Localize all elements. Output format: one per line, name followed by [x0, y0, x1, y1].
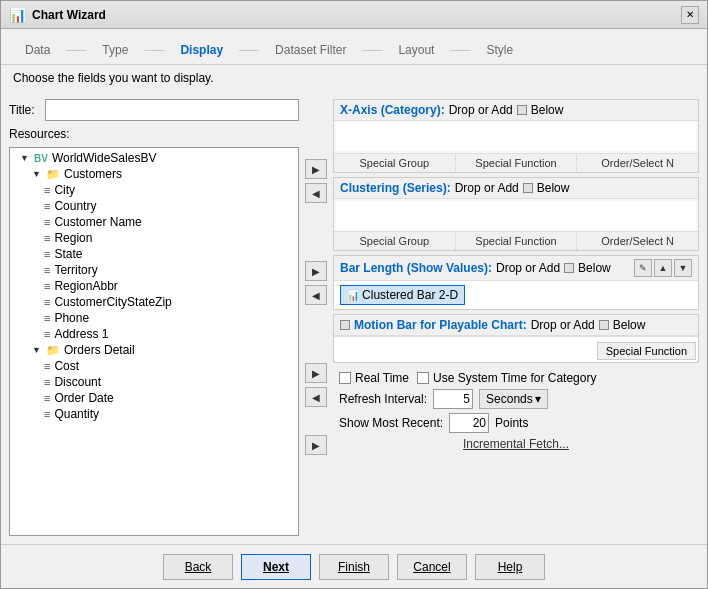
tree-item-discount[interactable]: ≡ Discount [12, 374, 296, 390]
tree-item-orderdate[interactable]: ≡ Order Date [12, 390, 296, 406]
barlength-up-button[interactable]: ▲ [654, 259, 672, 277]
field-icon-region: ≡ [44, 232, 50, 244]
tree-item-bv[interactable]: ▼ BV WorldWideSalesBV [12, 150, 296, 166]
most-recent-input[interactable] [449, 413, 489, 433]
barlength-edit-button[interactable]: ✎ [634, 259, 652, 277]
expand-toggle-orders[interactable]: ▼ [32, 345, 44, 355]
barlength-drop-label: Drop or Add [496, 261, 560, 275]
clustering-header: Clustering (Series): Drop or Add Below [334, 178, 698, 199]
tree-item-customers[interactable]: ▼ 📁 Customers [12, 166, 296, 182]
folder-icon-orders: 📁 [46, 344, 60, 357]
tree-label-customerstatzip: CustomerCityStateZip [54, 295, 171, 309]
clustering-drop-area[interactable] [336, 201, 696, 229]
realtime-checkbox-label[interactable]: Real Time [339, 371, 409, 385]
xaxis-special-function[interactable]: Special Function [456, 154, 578, 172]
add-xaxis-button[interactable]: ▶ [305, 159, 327, 179]
motion-special-function-button[interactable]: Special Function [597, 342, 696, 360]
tree-item-state[interactable]: ≡ State [12, 246, 296, 262]
tab-type[interactable]: Type [90, 39, 140, 61]
title-bar-left: 📊 Chart Wizard [9, 7, 106, 23]
remove-barlength-button[interactable]: ◀ [305, 387, 327, 407]
tree-label-bv: WorldWideSalesBV [52, 151, 156, 165]
add-clustering-button[interactable]: ▶ [305, 261, 327, 281]
tree-item-cost[interactable]: ≡ Cost [12, 358, 296, 374]
tree-label-city: City [54, 183, 75, 197]
field-icon-regionabbr: ≡ [44, 280, 50, 292]
clustering-special-group[interactable]: Special Group [334, 232, 456, 250]
tree-item-region[interactable]: ≡ Region [12, 230, 296, 246]
tree-label-quantity: Quantity [54, 407, 99, 421]
tree-item-city[interactable]: ≡ City [12, 182, 296, 198]
xaxis-below-label: Below [531, 103, 564, 117]
xaxis-special-group[interactable]: Special Group [334, 154, 456, 172]
tree-item-customer-name[interactable]: ≡ Customer Name [12, 214, 296, 230]
barlength-drop-area[interactable]: 📊 Clustered Bar 2-D [334, 281, 698, 309]
tree-item-phone[interactable]: ≡ Phone [12, 310, 296, 326]
expand-toggle[interactable]: ▼ [20, 153, 32, 163]
tree-label-phone: Phone [54, 311, 89, 325]
barlength-down-button[interactable]: ▼ [674, 259, 692, 277]
tree-scroll[interactable]: ▼ BV WorldWideSalesBV ▼ 📁 Customers ≡ Ci… [10, 148, 298, 535]
tab-data[interactable]: Data [13, 39, 62, 61]
tree-item-country[interactable]: ≡ Country [12, 198, 296, 214]
field-icon-cost: ≡ [44, 360, 50, 372]
motion-checkbox[interactable] [340, 320, 350, 330]
remove-clustering-button[interactable]: ◀ [305, 285, 327, 305]
system-time-checkbox[interactable] [417, 372, 429, 384]
help-button[interactable]: Help [475, 554, 545, 580]
tree-container: ▼ BV WorldWideSalesBV ▼ 📁 Customers ≡ Ci… [9, 147, 299, 536]
field-icon-city: ≡ [44, 184, 50, 196]
xaxis-checkbox[interactable] [517, 105, 527, 115]
chart-icon: 📊 [9, 7, 26, 23]
tree-label-customer-name: Customer Name [54, 215, 141, 229]
title-input[interactable] [45, 99, 299, 121]
seconds-dropdown[interactable]: Seconds ▾ [479, 389, 548, 409]
motion-add-checkbox[interactable] [599, 320, 609, 330]
xaxis-order-select[interactable]: Order/Select N [577, 154, 698, 172]
barlength-item: 📊 Clustered Bar 2-D [340, 285, 465, 305]
add-barlength-button[interactable]: ▶ [305, 363, 327, 383]
tab-style[interactable]: Style [474, 39, 525, 61]
xaxis-drop-area[interactable] [336, 123, 696, 151]
clustering-checkbox[interactable] [523, 183, 533, 193]
system-time-label: Use System Time for Category [433, 371, 596, 385]
system-time-checkbox-label[interactable]: Use System Time for Category [417, 371, 596, 385]
refresh-input[interactable] [433, 389, 473, 409]
barlength-checkbox[interactable] [564, 263, 574, 273]
field-icon-orderdate: ≡ [44, 392, 50, 404]
clustering-special-function[interactable]: Special Function [456, 232, 578, 250]
add-motion-button[interactable]: ▶ [305, 435, 327, 455]
most-recent-label: Show Most Recent: [339, 416, 443, 430]
tree-item-address1[interactable]: ≡ Address 1 [12, 326, 296, 342]
clustering-order-select[interactable]: Order/Select N [577, 232, 698, 250]
wizard-tabs: Data —— Type —— Display —— Dataset Filte… [1, 29, 707, 65]
window-title: Chart Wizard [32, 8, 106, 22]
tree-item-quantity[interactable]: ≡ Quantity [12, 406, 296, 422]
finish-button[interactable]: Finish [319, 554, 389, 580]
tree-item-territory[interactable]: ≡ Territory [12, 262, 296, 278]
motion-drop-area[interactable]: Special Function [334, 336, 698, 362]
tree-item-orders[interactable]: ▼ 📁 Orders Detail [12, 342, 296, 358]
close-button[interactable]: ✕ [681, 6, 699, 24]
resources-label: Resources: [9, 127, 299, 141]
tree-item-regionabbr[interactable]: ≡ RegionAbbr [12, 278, 296, 294]
field-icon-quantity: ≡ [44, 408, 50, 420]
remove-xaxis-button[interactable]: ◀ [305, 183, 327, 203]
expand-toggle-customers[interactable]: ▼ [32, 169, 44, 179]
realtime-checkbox[interactable] [339, 372, 351, 384]
barlength-label: Bar Length (Show Values): [340, 261, 492, 275]
tree-label-cost: Cost [54, 359, 79, 373]
tab-layout[interactable]: Layout [386, 39, 446, 61]
cancel-button[interactable]: Cancel [397, 554, 467, 580]
title-row: Title: [9, 99, 299, 121]
barlength-section: Bar Length (Show Values): Drop or Add Be… [333, 255, 699, 310]
back-button[interactable]: Back [163, 554, 233, 580]
tab-dataset-filter[interactable]: Dataset Filter [263, 39, 358, 61]
tab-display[interactable]: Display [168, 39, 235, 61]
refresh-row: Refresh Interval: Seconds ▾ [339, 389, 693, 409]
tree-item-customerstatzip[interactable]: ≡ CustomerCityStateZip [12, 294, 296, 310]
motion-drop-label: Drop or Add [531, 318, 595, 332]
bv-icon: BV [34, 153, 48, 164]
incremental-link[interactable]: Incremental Fetch... [463, 437, 569, 451]
next-button[interactable]: Next [241, 554, 311, 580]
